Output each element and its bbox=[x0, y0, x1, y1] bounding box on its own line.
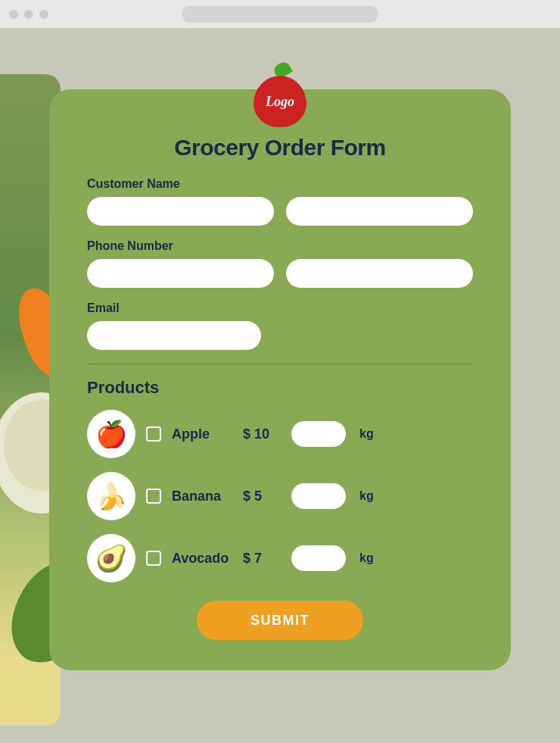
submit-container: SUBMIT bbox=[87, 601, 473, 640]
browser-chrome bbox=[0, 0, 560, 29]
banana-checkbox[interactable] bbox=[146, 489, 161, 504]
apple-name: Apple bbox=[172, 426, 232, 442]
email-input[interactable] bbox=[87, 321, 261, 350]
email-label: Email bbox=[87, 301, 473, 315]
browser-dot-2 bbox=[24, 10, 33, 19]
product-row-avocado: 🥑 Avocado $ 7 kg bbox=[87, 534, 473, 582]
url-bar[interactable] bbox=[182, 6, 378, 23]
avocado-unit: kg bbox=[359, 551, 374, 565]
customer-name-row bbox=[87, 197, 473, 226]
form-card-wrapper: Logo Grocery Order Form Customer Name Ph… bbox=[0, 29, 560, 743]
product-row-banana: 🍌 Banana $ 5 kg bbox=[87, 472, 473, 520]
last-name-input[interactable] bbox=[286, 197, 473, 226]
apple-qty-input[interactable] bbox=[291, 421, 346, 447]
banana-qty-input[interactable] bbox=[291, 483, 346, 509]
apple-body: Logo bbox=[254, 76, 306, 127]
avocado-price: $ 7 bbox=[243, 551, 281, 567]
banana-price: $ 5 bbox=[243, 489, 281, 504]
apple-price: $ 10 bbox=[243, 426, 281, 442]
avocado-emoji: 🥑 bbox=[95, 543, 127, 573]
avocado-checkbox[interactable] bbox=[146, 551, 161, 566]
first-name-input[interactable] bbox=[87, 197, 274, 226]
section-divider bbox=[87, 364, 473, 364]
banana-icon-circle: 🍌 bbox=[87, 472, 135, 520]
apple-unit: kg bbox=[359, 427, 374, 441]
products-section-title: Products bbox=[87, 378, 473, 398]
browser-dot-1 bbox=[9, 10, 18, 19]
apple-icon-circle: 🍎 bbox=[87, 410, 135, 458]
form-card: Logo Grocery Order Form Customer Name Ph… bbox=[49, 89, 511, 670]
browser-dot-3 bbox=[39, 10, 48, 19]
banana-name: Banana bbox=[172, 489, 232, 504]
apple-checkbox[interactable] bbox=[146, 426, 161, 442]
phone-row bbox=[87, 259, 473, 288]
avocado-qty-input[interactable] bbox=[291, 545, 346, 571]
phone-label: Phone Number bbox=[87, 239, 473, 253]
phone-input-1[interactable] bbox=[87, 259, 274, 288]
banana-unit: kg bbox=[359, 489, 374, 503]
form-title: Grocery Order Form bbox=[87, 135, 473, 161]
avocado-icon-circle: 🥑 bbox=[87, 534, 135, 582]
customer-name-label: Customer Name bbox=[87, 177, 473, 191]
apple-emoji: 🍎 bbox=[95, 419, 127, 449]
logo-container: Logo bbox=[87, 63, 473, 127]
avocado-name: Avocado bbox=[172, 551, 232, 567]
product-row-apple: 🍎 Apple $ 10 kg bbox=[87, 410, 473, 458]
logo-text: Logo bbox=[266, 94, 294, 110]
submit-button[interactable]: SUBMIT bbox=[197, 601, 363, 640]
banana-emoji: 🍌 bbox=[95, 481, 127, 511]
phone-input-2[interactable] bbox=[286, 259, 473, 288]
logo-apple: Logo bbox=[250, 63, 310, 127]
